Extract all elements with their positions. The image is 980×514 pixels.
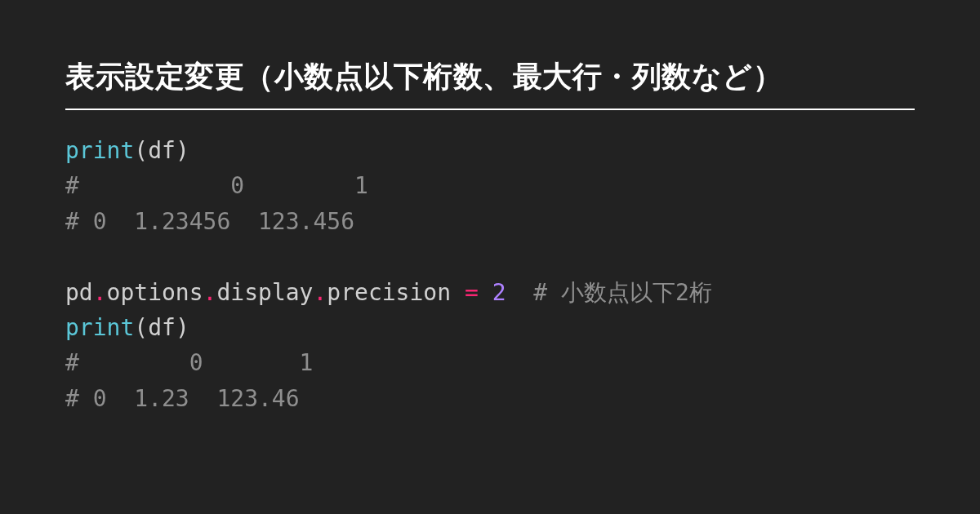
code-token [479, 279, 492, 306]
code-token: df [148, 314, 176, 341]
code-token: . [203, 279, 217, 306]
code-token: precision [327, 279, 451, 306]
code-token: options [107, 279, 203, 306]
code-token: ( [134, 314, 148, 341]
code-token: . [313, 279, 327, 306]
code-token: print [65, 314, 134, 341]
code-token: ) [176, 314, 189, 341]
code-token [506, 279, 533, 306]
code-token: df [148, 137, 176, 164]
code-comment: # 0 1 [65, 172, 368, 199]
code-token: ) [176, 137, 189, 164]
code-comment: # 0 1 [65, 349, 313, 376]
page-title: 表示設定変更（小数点以下桁数、最大行・列数など） [65, 57, 915, 110]
code-token: 2 [492, 279, 506, 306]
code-token: display [216, 279, 313, 306]
code-token: . [93, 279, 107, 306]
code-token: ( [134, 137, 148, 164]
code-token [451, 279, 465, 306]
code-comment: # 0 1.23456 123.456 [65, 208, 354, 235]
code-token: pd [65, 279, 93, 306]
code-comment: # 0 1.23 123.46 [65, 385, 300, 412]
code-token: print [65, 137, 134, 164]
code-token: = [465, 279, 479, 306]
code-block: print(df) # 0 1 # 0 1.23456 123.456 pd.o… [65, 133, 915, 416]
code-comment: # 小数点以下2桁 [533, 279, 712, 306]
